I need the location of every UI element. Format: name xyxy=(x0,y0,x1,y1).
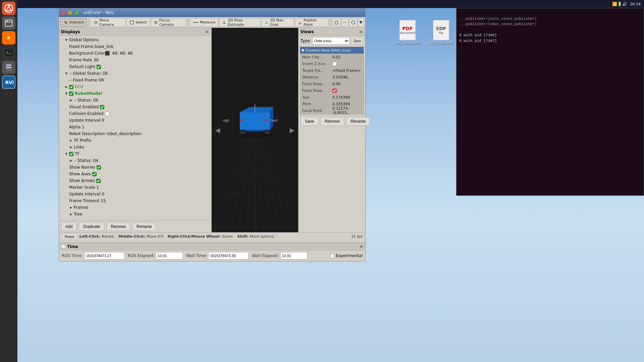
publish-point-button[interactable]: Publish Point xyxy=(295,18,328,27)
tf-item[interactable]: ▼ TF xyxy=(59,150,211,157)
move-camera-button[interactable]: Move Camera xyxy=(91,18,126,27)
views-remove-button[interactable]: Remove xyxy=(320,117,344,126)
svg-point-27 xyxy=(352,21,355,24)
gs-fixed-frame-check: ✓ xyxy=(69,78,72,82)
time-close-btn[interactable]: ✕ xyxy=(359,244,363,249)
show-axes-item[interactable]: Show Axes xyxy=(59,171,211,177)
experimental-checkbox[interactable] xyxy=(330,254,334,258)
visual-enabled-checkbox[interactable] xyxy=(100,105,104,109)
marker-scale-item[interactable]: Marker Scale 1 xyxy=(59,184,211,191)
desktop-file-sdf[interactable]: SDF file dd_robot.sdf xyxy=(426,20,456,45)
nav-goal-button[interactable]: 2D Nav Goal xyxy=(261,18,294,27)
views-save-button[interactable]: Save xyxy=(301,117,318,126)
taskbar-firefox-icon[interactable] xyxy=(2,31,15,45)
hint-reset-button[interactable]: Reset xyxy=(62,233,77,240)
viewport-right-arrow[interactable]: ▶ xyxy=(290,126,295,134)
add-display-button[interactable]: Add xyxy=(61,222,77,231)
toolbar-sep-2 xyxy=(188,18,189,26)
taskbar-ubuntu-icon[interactable] xyxy=(2,2,15,15)
focal-shape2-checkbox[interactable] xyxy=(332,88,337,93)
frame-timeout-item[interactable]: Frame Timeout 15 xyxy=(59,197,211,204)
taskbar-rviz-icon[interactable]: RViz xyxy=(2,75,15,89)
views-type-select[interactable]: Orbit (rviz) xyxy=(313,37,350,45)
rviz-min-btn[interactable] xyxy=(68,10,72,15)
rename-display-button[interactable]: Rename xyxy=(132,222,156,231)
3d-viewport[interactable]: righ heel ◀ ▶ xyxy=(212,28,298,232)
taskbar-files-icon[interactable] xyxy=(2,16,15,30)
focus-camera-button[interactable]: Focus Camera xyxy=(151,18,186,27)
views-close-btn[interactable]: ✕ xyxy=(359,29,363,34)
distance-prop[interactable]: Distance 3.53096 xyxy=(300,74,364,80)
ros-time-input[interactable] xyxy=(84,252,124,259)
time-content: ROS Time: ROS Elapsed: Wall Time: Wall E… xyxy=(59,250,365,261)
rviz-max-btn[interactable] xyxy=(74,10,79,15)
focal-point-prop[interactable]: Focal Point 0.12173; -0.0015... xyxy=(300,107,364,114)
collision-enabled-item[interactable]: Collision Enabled xyxy=(59,110,211,117)
collision-enabled-checkbox[interactable] xyxy=(105,112,109,116)
extra-btn-1[interactable] xyxy=(332,18,341,27)
views-rename-button[interactable]: Rename xyxy=(346,117,370,126)
interact-button[interactable]: Interact xyxy=(60,18,87,27)
focal-shape1-prop[interactable]: Focal Shap... 0.05 xyxy=(300,80,364,87)
extra-btn-4[interactable]: ▼ xyxy=(358,18,364,27)
yaw-prop[interactable]: Yaw 0.170399 xyxy=(300,94,364,101)
svg-point-54 xyxy=(265,130,270,134)
focal-shape2-prop[interactable]: Focal Shap... xyxy=(300,87,364,94)
tf-prefix-item[interactable]: ▶ TF Prefix xyxy=(59,137,211,144)
viewport-left-arrow[interactable]: ◀ xyxy=(215,126,220,134)
robotmodel-checkbox[interactable] xyxy=(69,92,73,96)
extra-btn-2[interactable]: — xyxy=(341,18,348,27)
global-options-item[interactable]: ▼ Global Options xyxy=(59,37,211,43)
displays-close-btn[interactable]: ✕ xyxy=(205,29,209,34)
default-light-checkbox[interactable] xyxy=(97,65,101,69)
duplicate-display-button[interactable]: Duplicate xyxy=(79,222,104,231)
update-interval-item[interactable]: Update Interval 0 xyxy=(59,117,211,124)
visual-enabled-item[interactable]: Visual Enabled xyxy=(59,104,211,110)
desktop-file-pdf[interactable]: PDF document dd_robot.pdf xyxy=(392,20,423,45)
tf-checkbox[interactable] xyxy=(69,152,73,156)
views-zero-button[interactable]: Zero xyxy=(351,37,363,45)
rviz-close-btn[interactable] xyxy=(61,10,66,15)
alpha-item[interactable]: Alpha 1 xyxy=(59,124,211,130)
wall-time-input[interactable] xyxy=(208,252,249,259)
links-item[interactable]: ▶ Links xyxy=(59,144,211,150)
show-names-checkbox[interactable] xyxy=(97,165,101,170)
frame-rate-item[interactable]: Frame Rate 30 xyxy=(59,57,211,63)
views-current-item: ▼ Current View Orbit (rviz) Near Clip ..… xyxy=(300,47,364,114)
tf-status-item[interactable]: ▶ ✓ Status: Ok xyxy=(59,157,211,164)
taskbar-calculator-icon[interactable] xyxy=(2,61,15,74)
taskbar-terminal-icon[interactable] xyxy=(2,46,15,59)
grid-item[interactable]: ▶ Grid xyxy=(59,83,211,90)
target-frame-prop[interactable]: Target Fra... <Fixed Frame> xyxy=(300,67,364,74)
displays-tree[interactable]: ▼ Global Options Fixed Frame base_link B… xyxy=(59,36,211,220)
select-button[interactable]: Select xyxy=(126,18,150,27)
ros-elapsed-input[interactable] xyxy=(156,252,183,259)
default-light-item[interactable]: Default Light xyxy=(59,63,211,70)
robot-description-item[interactable]: Robot Description robot_description xyxy=(59,130,211,137)
show-arrows-item[interactable]: Show Arrows xyxy=(59,177,211,184)
background-color-item[interactable]: Background Color 48; 48; 48 xyxy=(59,50,211,57)
fixed-frame-item[interactable]: Fixed Frame base_link xyxy=(59,43,211,50)
robotmodel-status-item[interactable]: ▶ ✓ Status: Ok xyxy=(59,97,211,104)
near-clip-prop[interactable]: Near Clip ... 0.01 xyxy=(300,54,364,60)
robotmodel-status-arrow: ▶ xyxy=(69,98,73,102)
grid-checkbox[interactable] xyxy=(69,85,73,89)
invert-z-checkbox[interactable] xyxy=(332,62,337,66)
robot-svg: righ heel xyxy=(220,102,287,149)
global-status-ff-item[interactable]: ✓ Fixed Frame OK xyxy=(59,77,211,83)
show-axes-checkbox[interactable] xyxy=(92,172,97,176)
views-item-header[interactable]: ▼ Current View Orbit (rviz) xyxy=(300,47,364,54)
show-names-item[interactable]: Show Names xyxy=(59,164,211,171)
measure-button[interactable]: Measure xyxy=(190,18,218,27)
tf-update-interval-item[interactable]: Update Interval 0 xyxy=(59,191,211,197)
wall-elapsed-input[interactable] xyxy=(280,252,307,259)
frames-item[interactable]: ▶ Frames xyxy=(59,204,211,211)
pose-estimate-button[interactable]: 2D Pose Estimate xyxy=(219,18,261,27)
tree-item[interactable]: ▶ Tree xyxy=(59,211,211,218)
show-arrows-checkbox[interactable] xyxy=(96,179,101,183)
global-status-item[interactable]: ▼ ✓ Global Status: Ok xyxy=(59,70,211,77)
extra-btn-3[interactable] xyxy=(349,18,357,27)
robotmodel-item[interactable]: ▼ RobotModel xyxy=(59,90,211,97)
remove-display-button[interactable]: Remove xyxy=(106,222,130,231)
invert-z-prop[interactable]: Invert Z Axis xyxy=(300,60,364,67)
